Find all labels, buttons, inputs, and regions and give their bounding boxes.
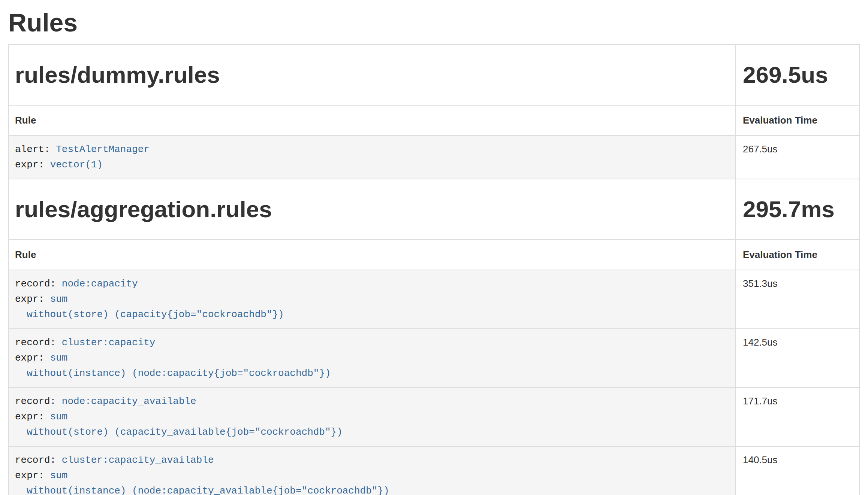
rule-eval-time: 267.5us <box>736 136 859 179</box>
rule-code-line: record: cluster:capacity <box>15 335 729 350</box>
column-header-row: RuleEvaluation Time <box>9 240 859 270</box>
group-time-cell: 295.7ms <box>736 179 859 240</box>
rule-keyword-label: expr: <box>15 411 44 422</box>
rules-page: Rules rules/dummy.rules269.5usRuleEvalua… <box>0 10 868 495</box>
group-name-cell: rules/dummy.rules <box>9 45 736 105</box>
rule-cell: record: cluster:capacity_availableexpr: … <box>9 446 736 495</box>
rule-eval-time: 171.7us <box>736 388 859 446</box>
rule-code: record: cluster:capacity_availableexpr: … <box>15 453 729 495</box>
rule-code: record: cluster:capacityexpr: sum withou… <box>15 335 729 381</box>
rule-cell: record: node:capacity_availableexpr: sum… <box>9 388 736 446</box>
rule-name-link[interactable]: cluster:capacity <box>62 337 156 348</box>
rule-column-header: Rule <box>9 240 736 270</box>
rule-expr-link[interactable]: without(instance) (node:capacity{job="co… <box>15 368 331 379</box>
rule-name-link[interactable]: node:capacity_available <box>62 396 196 407</box>
rule-code-line: expr: sum <box>15 468 729 483</box>
rule-code-line: record: node:capacity <box>15 276 729 292</box>
rule-cell: record: node:capacityexpr: sum without(s… <box>9 270 736 329</box>
rule-code: record: node:capacity_availableexpr: sum… <box>15 394 729 440</box>
rule-eval-time: 142.5us <box>736 329 859 388</box>
rule-keyword-label: expr: <box>15 294 44 305</box>
rule-row: alert: TestAlertManagerexpr: vector(1)26… <box>9 136 859 179</box>
rule-code-line: without(instance) (node:capacity_availab… <box>15 483 729 495</box>
group-name-cell: rules/aggregation.rules <box>9 179 736 240</box>
rule-code-line: without(store) (capacity{job="cockroachd… <box>15 307 729 322</box>
rule-row: record: cluster:capacity_availableexpr: … <box>9 446 859 495</box>
group-header-row: rules/dummy.rules269.5us <box>9 45 859 105</box>
rule-keyword-label: expr: <box>15 352 44 364</box>
rule-keyword-label: expr: <box>15 159 44 170</box>
rule-keyword-label: alert: <box>15 144 50 155</box>
rule-expr-link[interactable]: without(store) (capacity_available{job="… <box>15 426 343 438</box>
rule-code: alert: TestAlertManagerexpr: vector(1) <box>15 142 729 173</box>
rule-file-name: rules/aggregation.rules <box>15 197 729 222</box>
rule-code-line: expr: sum <box>15 350 729 366</box>
rule-eval-time: 351.3us <box>736 270 859 329</box>
rule-name-link[interactable]: node:capacity <box>62 278 138 289</box>
rule-code-line: without(store) (capacity_available{job="… <box>15 425 729 440</box>
eval-time-column-header: Evaluation Time <box>736 105 859 136</box>
rule-file-name: rules/dummy.rules <box>15 62 729 88</box>
rules-table: rules/dummy.rules269.5usRuleEvaluation T… <box>8 44 860 495</box>
rule-code-line: expr: sum <box>15 409 729 425</box>
rule-code-line: expr: vector(1) <box>15 157 729 173</box>
rule-name-link[interactable]: TestAlertManager <box>56 144 150 155</box>
rule-expr-link[interactable]: sum <box>50 411 68 422</box>
rule-cell: record: cluster:capacityexpr: sum withou… <box>9 329 736 388</box>
page-title: Rules <box>8 10 860 35</box>
eval-time-column-header: Evaluation Time <box>736 240 859 270</box>
rule-code-line: record: cluster:capacity_available <box>15 453 729 468</box>
rule-column-header: Rule <box>9 105 736 136</box>
column-header-row: RuleEvaluation Time <box>9 105 859 136</box>
group-header-row: rules/aggregation.rules295.7ms <box>9 179 859 240</box>
rule-row: record: node:capacityexpr: sum without(s… <box>9 270 859 329</box>
rule-expr-link[interactable]: sum <box>50 352 68 364</box>
group-eval-time: 295.7ms <box>743 197 852 222</box>
rule-code-line: without(instance) (node:capacity{job="co… <box>15 366 729 381</box>
rule-code: record: node:capacityexpr: sum without(s… <box>15 276 729 322</box>
rule-name-link[interactable]: cluster:capacity_available <box>62 455 214 466</box>
rule-expr-link[interactable]: without(store) (capacity{job="cockroachd… <box>15 309 284 320</box>
rule-expr-link[interactable]: sum <box>50 294 68 305</box>
rules-table-body: rules/dummy.rules269.5usRuleEvaluation T… <box>9 45 859 495</box>
rule-keyword-label: record: <box>15 396 56 407</box>
group-time-cell: 269.5us <box>736 45 859 105</box>
rule-expr-link[interactable]: sum <box>50 470 68 481</box>
rule-keyword-label: expr: <box>15 470 44 481</box>
rule-keyword-label: record: <box>15 278 56 289</box>
rule-keyword-label: record: <box>15 455 56 466</box>
rule-keyword-label: record: <box>15 337 56 348</box>
rule-expr-link[interactable]: vector(1) <box>50 159 103 170</box>
group-eval-time: 269.5us <box>743 62 852 88</box>
rule-cell: alert: TestAlertManagerexpr: vector(1) <box>9 136 736 179</box>
rule-row: record: cluster:capacityexpr: sum withou… <box>9 329 859 388</box>
rule-expr-link[interactable]: without(instance) (node:capacity_availab… <box>15 485 389 495</box>
rule-code-line: alert: TestAlertManager <box>15 142 729 157</box>
rule-row: record: node:capacity_availableexpr: sum… <box>9 388 859 446</box>
rule-code-line: expr: sum <box>15 292 729 307</box>
rule-eval-time: 140.5us <box>736 446 859 495</box>
rule-code-line: record: node:capacity_available <box>15 394 729 409</box>
